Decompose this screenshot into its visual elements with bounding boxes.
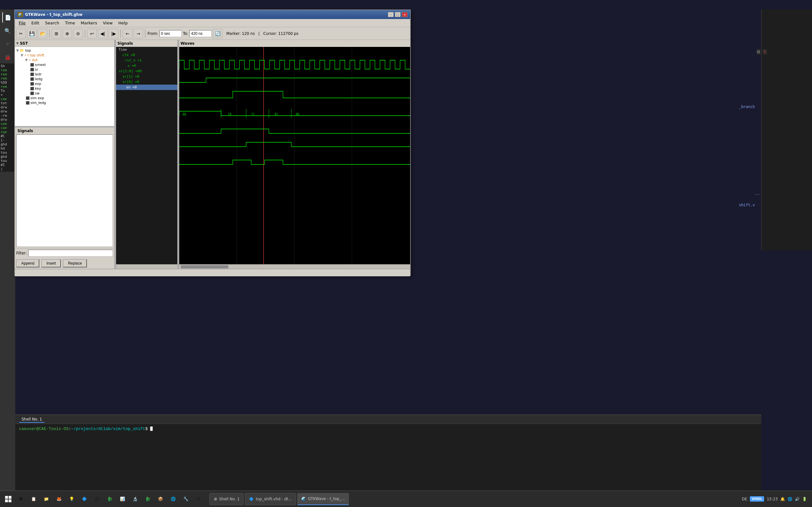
scrollbar-thumb[interactable] <box>181 265 229 268</box>
tree-item-key[interactable]: ⬛ key <box>30 86 113 91</box>
secondary-window-btn[interactable]: ⊡ <box>757 49 761 55</box>
insert-button[interactable]: Insert <box>41 259 61 268</box>
taskbar-icon-14[interactable]: 🌐 <box>167 493 179 505</box>
taskbar-icon-12[interactable]: 🐉 <box>142 493 154 505</box>
tree-item-ledg[interactable]: ⬛ ledg <box>30 77 113 81</box>
taskbar-volume-icon[interactable]: 🔊 <box>795 497 800 501</box>
waves-canvas[interactable]: 100 ns 200 ns 300 ns <box>179 47 410 269</box>
vscode-right-panel <box>761 9 812 250</box>
menu-view[interactable]: View <box>100 20 115 26</box>
tree-expand-top[interactable]: ▼ <box>16 49 19 53</box>
signals-list[interactable]: Time clk =0 rst_n =1 x =0 sr[1:0] =00 sr… <box>116 47 177 264</box>
taskbar-app-terminal[interactable]: 🖥 Shell No. 1 <box>209 493 244 505</box>
menu-markers[interactable]: Markers <box>78 20 100 26</box>
right-panel-branch: _branch <box>739 105 755 109</box>
taskbar-icon-4[interactable]: 📁 <box>41 493 52 505</box>
tree-label-sim-ledg: sim_ledg <box>31 101 46 105</box>
taskbar-icon-6[interactable]: 💡 <box>66 493 78 505</box>
tree-item-top[interactable]: ▼ 📁 top <box>16 48 113 53</box>
taskbar-icon-16[interactable]: ⚡ <box>193 493 204 505</box>
close-button[interactable]: ✕ <box>402 12 408 17</box>
to-input[interactable] <box>189 30 212 37</box>
menu-edit[interactable]: Edit <box>29 20 42 26</box>
from-input[interactable] <box>159 30 182 37</box>
signal-sr-bus[interactable]: sr[1:0] =00 <box>116 68 177 74</box>
menu-search[interactable]: Search <box>43 20 62 26</box>
sidebar-item-files[interactable]: 📄 <box>2 12 13 23</box>
maximize-button[interactable]: □ <box>395 12 401 17</box>
more-options-button[interactable]: ··· <box>755 192 760 198</box>
tree-item-dut[interactable]: ▼ ⚡ dut <box>25 58 113 62</box>
tree-item-exp[interactable]: ⬛ exp <box>30 81 113 86</box>
minimize-button[interactable]: ─ <box>388 12 394 17</box>
replace-button[interactable]: Replace <box>63 259 87 268</box>
tree-expand-dut[interactable]: ▼ <box>25 58 28 62</box>
signal-sr0[interactable]: sr[0] =0 <box>116 79 177 84</box>
toolbar-btn-refresh[interactable]: 🔄 <box>213 29 222 38</box>
menu-help[interactable]: Help <box>116 20 131 26</box>
taskbar-icon-2[interactable]: ⚙ <box>15 493 27 505</box>
tree-item-sim-exp[interactable]: ⬛ sim exp <box>25 96 113 101</box>
taskbar-battery-icon[interactable]: 🔋 <box>802 497 807 501</box>
terminal-content[interactable]: caeuser@CAE-Tools-OS:~/projects/dtlab/si… <box>15 424 761 491</box>
tree-item-sw[interactable]: ⬛ sw <box>30 91 113 96</box>
taskbar-icon-10[interactable]: 📊 <box>117 493 128 505</box>
toolbar-btn-right[interactable]: → <box>134 29 143 38</box>
taskbar-start-icon[interactable] <box>3 493 14 505</box>
tree-item-sr[interactable]: ⬛ sr <box>30 67 113 72</box>
taskbar-icon-13[interactable]: 📦 <box>155 493 166 505</box>
terminal-tab-shell[interactable]: Shell No. 1 <box>19 416 44 423</box>
buttons-row: Append Insert Replace <box>15 258 114 269</box>
taskbar-icon-8[interactable]: ⬡ <box>91 493 103 505</box>
menu-time[interactable]: Time <box>62 20 78 26</box>
svg-text:10: 10 <box>228 112 231 117</box>
sst-tree[interactable]: ▼ 📁 top ▼ ⚡ t top shift ▼ ⚡ dut <box>15 47 114 126</box>
sidebar-item-debug[interactable]: 🐞 <box>2 52 13 63</box>
taskbar-app-vscode[interactable]: 🔷 top_shift.vhd - dt... <box>245 493 296 505</box>
toolbar-btn-open[interactable]: 📂 <box>38 29 47 38</box>
signal-x[interactable]: x =0 <box>116 63 177 68</box>
signals-scrollbar[interactable] <box>116 264 177 269</box>
toolbar-btn-save[interactable]: 💾 <box>27 29 37 38</box>
taskbar-icon-15[interactable]: 🔧 <box>180 493 192 505</box>
signals-bottom-content <box>16 134 113 247</box>
toolbar-btn-zoom-in[interactable]: ⊕ <box>62 29 72 38</box>
toolbar-btn-prev[interactable]: ◀| <box>98 29 107 38</box>
toolbar-btn-zoom-fit[interactable]: ⊞ <box>52 29 61 38</box>
secondary-close-btn[interactable]: ✕ <box>763 49 767 55</box>
signal-rst-n[interactable]: rst_n =1 <box>116 58 177 63</box>
terminal-prompt-colon: : <box>68 427 71 431</box>
toolbar-btn-zoom-out[interactable]: ⊖ <box>73 29 83 38</box>
sidebar-item-git[interactable]: ⑂ <box>2 39 13 49</box>
taskbar-network-icon[interactable]: 🌐 <box>788 497 792 501</box>
branch-text: _branch <box>739 105 755 109</box>
append-button[interactable]: Append <box>16 259 39 268</box>
tree-item-t-top-shift[interactable]: ▼ ⚡ t top shift <box>20 53 113 58</box>
sst-collapse-arrow[interactable]: ▼ <box>16 42 19 45</box>
sidebar-item-search[interactable]: 🔍 <box>2 25 13 36</box>
taskbar-icon-5[interactable]: 🦊 <box>53 493 65 505</box>
tree-item-sim-ledg[interactable]: ⬛ sim_ledg <box>25 101 113 105</box>
signal-sr1[interactable]: sr[1] =0 <box>116 74 177 79</box>
toolbar-btn-next[interactable]: |▶ <box>109 29 118 38</box>
filter-input[interactable] <box>28 250 113 257</box>
toolbar-btn-back[interactable]: ↩ <box>87 29 97 38</box>
taskbar-notification-icon[interactable]: 🔔 <box>780 497 785 501</box>
waves-scrollbar-h[interactable] <box>179 264 410 269</box>
signal-time-header[interactable]: Time <box>116 47 177 52</box>
tree-item-srnext[interactable]: ⬛ srnext <box>30 62 113 67</box>
menu-file[interactable]: File <box>16 20 28 26</box>
menu-bar: File Edit Search Time Markers View Help <box>15 19 410 27</box>
taskbar-icon-3[interactable]: 📋 <box>28 493 39 505</box>
toolbar-btn-scissors[interactable]: ✂ <box>16 29 26 38</box>
taskbar-app-gtkwave[interactable]: 🌊 GTKWave - t_top_... <box>297 493 349 505</box>
tree-item-ledr[interactable]: ⬛ ledr <box>30 72 113 77</box>
taskbar-time: 15:23 <box>767 497 778 501</box>
toolbar-btn-left[interactable]: ← <box>123 29 132 38</box>
signal-en[interactable]: en =0 <box>116 84 177 90</box>
signal-clk[interactable]: clk =0 <box>116 52 177 58</box>
taskbar-icon-11[interactable]: 🔬 <box>130 493 141 505</box>
taskbar-icon-7[interactable]: 🔷 <box>79 493 90 505</box>
taskbar-icon-9[interactable]: 🐉 <box>104 493 115 505</box>
tree-expand-t-top-shift[interactable]: ▼ <box>20 53 23 57</box>
